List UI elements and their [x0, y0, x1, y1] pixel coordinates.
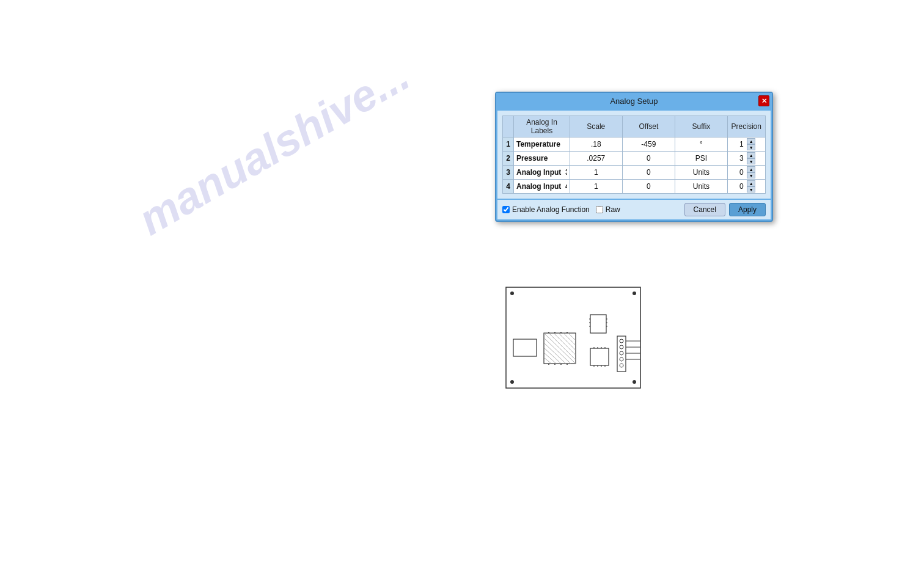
row-num-4: 4: [503, 180, 514, 194]
label-input-2[interactable]: [516, 154, 567, 163]
offset-cell-1[interactable]: [622, 138, 675, 152]
scale-cell-1[interactable]: [570, 138, 623, 152]
svg-point-1: [510, 292, 514, 295]
pcb-diagram: [500, 281, 659, 397]
table-row: 2 3 ▲ ▼: [503, 152, 766, 166]
precision-up-1[interactable]: ▲: [747, 138, 755, 144]
col-num-header: [503, 116, 514, 138]
svg-rect-5: [513, 339, 537, 356]
precision-val-2: 3: [737, 154, 746, 163]
scale-input-3[interactable]: [573, 168, 620, 177]
svg-rect-33: [590, 348, 609, 365]
label-input-3[interactable]: [516, 168, 567, 177]
table-row: 4 0 ▲ ▼: [503, 180, 766, 194]
offset-input-2[interactable]: [625, 154, 673, 163]
offset-cell-3[interactable]: [622, 166, 675, 180]
svg-point-3: [510, 380, 514, 384]
precision-cell-1: 1 ▲ ▼: [727, 138, 765, 152]
offset-input-3[interactable]: [625, 168, 673, 177]
raw-group: Raw: [596, 205, 620, 214]
precision-val-4: 0: [737, 182, 746, 191]
offset-cell-2[interactable]: [622, 152, 675, 166]
watermark: manualshive...: [130, 50, 418, 244]
col-precision-header: Precision: [727, 116, 765, 138]
suffix-cell-2[interactable]: [675, 152, 727, 166]
precision-up-4[interactable]: ▲: [747, 180, 755, 186]
label-input-1[interactable]: [516, 140, 567, 148]
suffix-cell-1[interactable]: [675, 138, 727, 152]
precision-cell-4: 0 ▲ ▼: [727, 180, 765, 194]
table-row: 1 1 ▲ ▼: [503, 138, 766, 152]
precision-spinner-4: ▲ ▼: [747, 180, 755, 193]
svg-point-47: [620, 364, 623, 367]
enable-analog-checkbox[interactable]: [502, 206, 510, 213]
svg-point-4: [632, 380, 636, 384]
precision-cell-3: 0 ▲ ▼: [727, 166, 765, 180]
precision-spinner-1: ▲ ▼: [747, 138, 755, 150]
scale-cell-4[interactable]: [570, 180, 623, 194]
precision-val-3: 0: [737, 168, 746, 177]
row-num-1: 1: [503, 138, 514, 152]
cancel-button[interactable]: Cancel: [684, 203, 725, 216]
col-scale-header: Scale: [570, 116, 623, 138]
precision-spinner-3: ▲ ▼: [747, 166, 755, 178]
label-cell-1[interactable]: [514, 138, 570, 152]
enable-analog-group: Enable Analog Function: [502, 205, 590, 214]
row-num-2: 2: [503, 152, 514, 166]
col-offset-header: Offset: [622, 116, 675, 138]
suffix-cell-4[interactable]: [675, 180, 727, 194]
raw-label: Raw: [606, 205, 620, 214]
table-row: 3 0 ▲ ▼: [503, 166, 766, 180]
precision-down-4[interactable]: ▼: [747, 186, 755, 193]
precision-up-2[interactable]: ▲: [747, 152, 755, 158]
close-button[interactable]: ✕: [758, 95, 769, 106]
label-cell-3[interactable]: [514, 166, 570, 180]
dialog-body: Analog In Labels Scale Offset Suffix Pre…: [497, 111, 771, 199]
dialog-footer: Enable Analog Function Raw Cancel Apply: [497, 200, 771, 219]
suffix-cell-3[interactable]: [675, 166, 727, 180]
suffix-input-3[interactable]: [678, 168, 724, 177]
precision-down-3[interactable]: ▼: [747, 172, 755, 178]
svg-point-44: [620, 345, 623, 349]
label-cell-4[interactable]: [514, 180, 570, 194]
scale-input-2[interactable]: [573, 154, 620, 163]
offset-input-4[interactable]: [625, 182, 673, 191]
suffix-input-1[interactable]: [678, 140, 724, 148]
precision-up-3[interactable]: ▲: [747, 166, 755, 172]
col-label-header: Analog In Labels: [514, 116, 570, 138]
precision-down-2[interactable]: ▼: [747, 158, 755, 164]
suffix-input-4[interactable]: [678, 182, 724, 191]
precision-spinner-2: ▲ ▼: [747, 152, 755, 164]
scale-input-4[interactable]: [573, 182, 620, 191]
label-cell-2[interactable]: [514, 152, 570, 166]
svg-point-45: [620, 351, 623, 355]
footer-buttons: Cancel Apply: [684, 203, 766, 216]
svg-point-43: [620, 339, 623, 343]
precision-cell-2: 3 ▲ ▼: [727, 152, 765, 166]
suffix-input-2[interactable]: [678, 154, 724, 163]
svg-point-46: [620, 358, 623, 361]
offset-input-1[interactable]: [625, 140, 673, 148]
dialog-title: Analog Setup: [610, 97, 658, 106]
svg-rect-26: [590, 315, 606, 333]
enable-analog-label: Enable Analog Function: [512, 205, 590, 214]
analog-setup-dialog: Analog Setup ✕ Analog In Labels Scale Of…: [495, 92, 773, 222]
svg-point-2: [632, 292, 636, 295]
scale-input-1[interactable]: [573, 140, 620, 148]
precision-down-1[interactable]: ▼: [747, 144, 755, 150]
setup-table: Analog In Labels Scale Offset Suffix Pre…: [502, 116, 766, 194]
offset-cell-4[interactable]: [622, 180, 675, 194]
precision-val-1: 1: [737, 140, 746, 148]
raw-checkbox[interactable]: [596, 206, 603, 213]
label-input-4[interactable]: [516, 182, 567, 191]
col-suffix-header: Suffix: [675, 116, 727, 138]
scale-cell-3[interactable]: [570, 166, 623, 180]
dialog-titlebar: Analog Setup ✕: [496, 93, 772, 109]
pcb-svg: [500, 281, 659, 394]
apply-button[interactable]: Apply: [729, 203, 766, 216]
row-num-3: 3: [503, 166, 514, 180]
scale-cell-2[interactable]: [570, 152, 623, 166]
